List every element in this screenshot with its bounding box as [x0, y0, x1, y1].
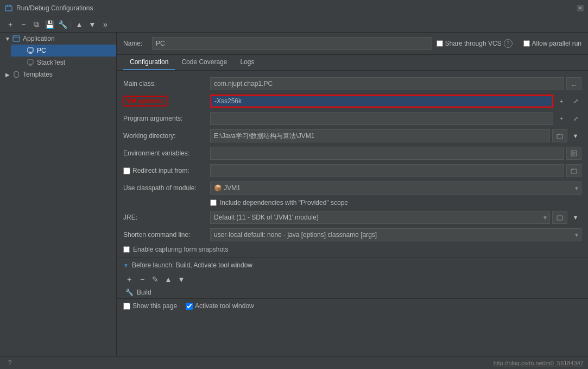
show-page-area: Show this page: [123, 302, 177, 310]
svg-rect-5: [28, 48, 33, 52]
status-link[interactable]: http://blog.csdn.net/m0_56184347: [494, 360, 584, 366]
parallel-checkbox[interactable]: [523, 40, 530, 47]
form-area: Main class: ... VM options: + ⤢: [117, 71, 588, 356]
include-deps-checkbox[interactable]: [210, 199, 217, 206]
share-checkbox[interactable]: [437, 40, 443, 47]
main-class-input-area: ...: [210, 77, 581, 90]
module-input-area: 📦 JVM1 ▼: [210, 182, 581, 195]
program-args-plus-button[interactable]: +: [555, 112, 567, 124]
include-deps-label: Include dependencies with "Provided" sco…: [220, 199, 348, 207]
redirect-checkbox[interactable]: [123, 167, 130, 174]
env-vars-input[interactable]: [210, 147, 564, 160]
snapshots-checkbox[interactable]: [123, 246, 130, 253]
build-item-label: Build: [137, 289, 151, 296]
bl-remove-button[interactable]: −: [136, 273, 148, 285]
sidebar-item-application[interactable]: ▼ Application: [0, 33, 116, 45]
tab-code-coverage[interactable]: Code Coverage: [175, 55, 233, 70]
program-args-input-area: + ⤢: [210, 112, 581, 125]
tab-logs[interactable]: Logs: [233, 55, 261, 70]
vm-options-label: VM options:: [123, 97, 210, 105]
name-field-label: Name:: [123, 40, 148, 47]
sidebar-item-templates[interactable]: ▶ Templates: [0, 68, 116, 80]
jre-expand-button[interactable]: ▼: [570, 211, 581, 223]
settings-button[interactable]: 🔧: [56, 18, 68, 30]
templates-icon: [12, 70, 21, 79]
stacktest-label: StackTest: [37, 59, 65, 66]
title-bar: Run/Debug Configurations ✕: [0, 0, 588, 16]
bl-add-button[interactable]: +: [123, 273, 135, 285]
vm-options-expand-button[interactable]: ⤢: [570, 95, 581, 107]
bottom-area: Show this page Activate tool window: [117, 298, 588, 313]
jre-browse-button[interactable]: [552, 211, 567, 224]
sidebar-item-pc[interactable]: PC: [11, 45, 116, 57]
name-input[interactable]: [152, 37, 432, 50]
application-icon: [12, 34, 21, 43]
env-vars-browse-button[interactable]: [566, 147, 581, 160]
vm-options-plus-button[interactable]: +: [555, 95, 567, 107]
copy-config-button[interactable]: ⧉: [30, 18, 42, 30]
help-button[interactable]: ?: [504, 39, 513, 48]
redirect-checkbox-area: Redirect input from:: [123, 167, 210, 174]
main-class-browse-button[interactable]: ...: [566, 77, 581, 90]
vm-options-input-area: + ⤢: [210, 95, 581, 108]
redirect-browse-button[interactable]: [566, 164, 581, 177]
add-config-button[interactable]: +: [4, 18, 16, 30]
close-button[interactable]: ✕: [577, 5, 584, 11]
window-controls: ✕: [577, 5, 584, 11]
bl-edit-button[interactable]: ✎: [149, 273, 161, 285]
jre-label: JRE:: [123, 214, 210, 221]
templates-arrow-icon: ▶: [4, 71, 11, 78]
bl-down-button[interactable]: ▼: [175, 273, 187, 285]
status-left: ?: [4, 358, 15, 368]
jre-input-area: Default (11 - SDK of 'JVM1' module) ▼ ▼: [210, 211, 581, 224]
more-button[interactable]: »: [99, 18, 111, 30]
tab-configuration[interactable]: Configuration: [123, 55, 175, 70]
program-args-input[interactable]: [210, 112, 553, 125]
before-launch-title: Before launch: Build, Activate tool wind…: [132, 261, 252, 269]
module-select[interactable]: 📦 JVM1: [210, 182, 581, 195]
status-help-button[interactable]: ?: [4, 358, 15, 368]
share-area: Share through VCS ?: [437, 39, 513, 48]
build-list-item[interactable]: 🔧 Build: [117, 286, 588, 298]
dialog-title: Run/Debug Configurations: [16, 4, 577, 12]
vm-options-input[interactable]: [210, 95, 553, 108]
program-args-expand-button[interactable]: ⤢: [570, 112, 581, 124]
toolbar-separator: [71, 20, 71, 29]
content-area: ▼ Application PC: [0, 33, 588, 356]
redirect-input[interactable]: [210, 164, 564, 177]
snapshots-label: Enable capturing form snapshots: [133, 246, 228, 253]
svg-rect-1: [7, 5, 8, 7]
remove-config-button[interactable]: −: [17, 18, 29, 30]
sidebar-item-stacktest[interactable]: StackTest: [11, 57, 116, 68]
share-label: Share through VCS: [445, 40, 502, 47]
move-up-button[interactable]: ▲: [73, 18, 85, 30]
shorten-select-wrapper: user-local default: none - java [options…: [210, 228, 581, 241]
working-dir-row: Working directory: ▼: [117, 127, 588, 145]
include-deps-row: Include dependencies with "Provided" sco…: [117, 197, 588, 209]
shorten-input-area: user-local default: none - java [options…: [210, 228, 581, 241]
svg-rect-0: [5, 6, 12, 11]
svg-rect-3: [13, 36, 20, 41]
program-args-label: Program arguments:: [123, 115, 210, 122]
bl-up-button[interactable]: ▲: [162, 273, 174, 285]
env-vars-row: Environment variables:: [117, 145, 588, 162]
shorten-select[interactable]: user-local default: none - java [options…: [210, 228, 581, 241]
working-dir-browse-button[interactable]: [552, 129, 567, 142]
stacktest-icon: [26, 58, 35, 67]
jre-select[interactable]: Default (11 - SDK of 'JVM1' module): [210, 211, 550, 224]
before-launch-header[interactable]: ▼ Before launch: Build, Activate tool wi…: [117, 258, 588, 272]
shorten-row: Shorten command line: user-local default…: [117, 226, 588, 243]
save-config-button[interactable]: 💾: [43, 18, 55, 30]
working-dir-input[interactable]: [210, 129, 550, 142]
shorten-label: Shorten command line:: [123, 231, 210, 239]
move-down-button[interactable]: ▼: [86, 18, 98, 30]
expand-arrow-icon: ▼: [4, 35, 11, 42]
main-class-input[interactable]: [210, 77, 564, 90]
env-vars-label: Environment variables:: [123, 149, 210, 157]
svg-rect-2: [9, 5, 11, 7]
build-item-icon: 🔧: [125, 289, 134, 296]
show-page-checkbox[interactable]: [123, 303, 130, 310]
activate-tool-checkbox[interactable]: [186, 303, 193, 310]
working-dir-expand-button[interactable]: ▼: [570, 130, 581, 142]
right-panel: Name: Share through VCS ? Allow parallel…: [117, 33, 588, 356]
